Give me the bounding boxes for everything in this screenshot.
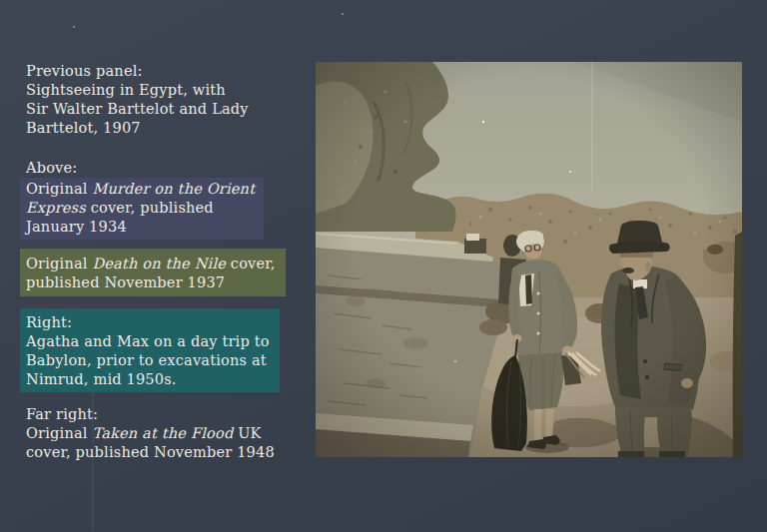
photo-illustration	[316, 62, 742, 457]
caption-line: Previous panel:	[20, 62, 249, 81]
film-artifacts	[316, 62, 742, 457]
caption-text: Original	[26, 256, 92, 271]
caption-text: published November 1937	[26, 274, 225, 290]
caption-line: Original Taken at the Flood UK	[20, 424, 275, 443]
caption-text: cover, published	[86, 200, 214, 216]
exhibition-panel: Previous panel: Sightseeing in Egypt, wi…	[0, 0, 767, 532]
book-title-italic: Death on the Nile	[92, 256, 226, 271]
caption-line: Babylon, prior to excavations at	[26, 351, 270, 370]
caption-line: Sir Walter Barttelot and Lady	[20, 100, 249, 119]
book-title-italic: Murder on the Orient	[92, 181, 255, 197]
caption-line: Right:	[26, 313, 270, 332]
caption-line: Express cover, published	[26, 199, 255, 218]
caption-text: UK	[233, 425, 261, 441]
caption-text: cover, published November 1948	[26, 444, 275, 460]
caption-right: Right: Agatha and Max on a day trip to B…	[20, 308, 280, 392]
caption-above: Above: Original Murder on the Orient Exp…	[20, 159, 264, 240]
book-title-italic: Express	[26, 200, 86, 216]
caption-text: Sightseeing in Egypt, with	[26, 82, 226, 98]
caption-text: Original	[26, 181, 92, 197]
dust-speck	[73, 26, 75, 28]
caption-text: January 1934	[26, 219, 127, 235]
caption-text: Right:	[26, 314, 72, 330]
highlight-purple: Original Murder on the Orient Express co…	[20, 178, 264, 240]
caption-text: Previous panel:	[26, 63, 143, 79]
caption-text: Above:	[26, 160, 77, 176]
caption-text: Barttelot, 1907	[26, 120, 141, 136]
caption-line: cover, published November 1948	[20, 443, 275, 462]
caption-line: Original Murder on the Orient	[26, 180, 255, 199]
caption-line: Far right:	[20, 405, 275, 424]
caption-line: Above:	[20, 159, 264, 178]
caption-text: Original	[26, 425, 92, 441]
caption-line: published November 1937	[26, 273, 276, 292]
dust-speck	[342, 13, 344, 15]
caption-far-right: Far right: Original Taken at the Flood U…	[20, 405, 275, 462]
caption-line: Nimrud, mid 1950s.	[26, 370, 270, 389]
caption-line: Sightseeing in Egypt, with	[20, 81, 249, 100]
caption-line: Agatha and Max on a day trip to	[26, 332, 270, 351]
photo-agatha-max-babylon	[316, 62, 742, 457]
caption-death-on-the-nile: Original Death on the Nile cover, publis…	[20, 249, 286, 296]
caption-text: Nimrud, mid 1950s.	[26, 371, 177, 387]
caption-line: Original Death on the Nile cover,	[26, 255, 276, 273]
caption-line: Barttelot, 1907	[20, 119, 249, 138]
book-title-italic: Taken at the Flood	[92, 425, 233, 441]
caption-text: Agatha and Max on a day trip to	[26, 333, 270, 349]
caption-text: Sir Walter Barttelot and Lady	[26, 101, 249, 117]
caption-line: January 1934	[26, 218, 255, 237]
caption-previous-panel: Previous panel: Sightseeing in Egypt, wi…	[20, 62, 249, 138]
caption-text: Far right:	[26, 406, 98, 422]
caption-text: Babylon, prior to excavations at	[26, 352, 267, 368]
caption-text: cover,	[226, 256, 276, 271]
